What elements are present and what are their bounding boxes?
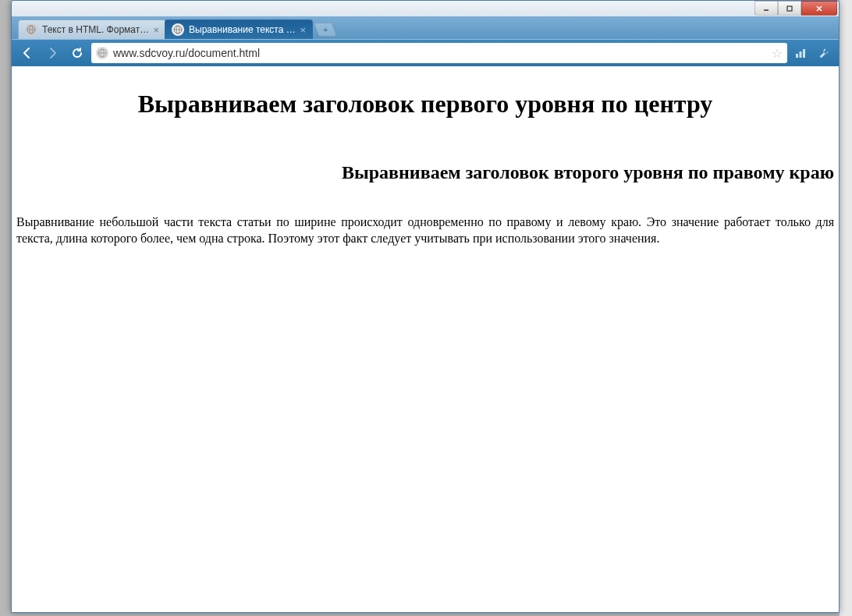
maximize-button[interactable] [778,1,801,16]
close-button[interactable] [801,1,837,16]
page-content: Выравниваем заголовок первого уровня по … [12,66,839,612]
tab-2-active[interactable]: Выравнивание текста в до × [165,19,313,39]
bookmark-star-icon[interactable]: ☆ [772,46,783,61]
close-icon[interactable]: × [153,24,159,36]
svg-rect-1 [787,6,792,11]
globe-icon [96,47,108,59]
plus-icon: + [323,25,328,34]
tab-strip: Текст в HTML. Форматиро × Выравнивание т… [12,16,839,40]
close-icon[interactable]: × [300,24,306,36]
browser-window: Текст в HTML. Форматиро × Выравнивание т… [11,0,840,613]
tab-title: Выравнивание текста в до [189,24,296,35]
wrench-icon[interactable] [814,43,834,63]
desktop-background [840,0,852,616]
globe-icon [25,23,37,36]
svg-rect-13 [796,54,798,58]
svg-rect-14 [800,51,802,58]
minimize-button[interactable] [754,1,778,16]
reload-button[interactable] [66,43,88,63]
window-titlebar[interactable] [12,1,839,16]
svg-rect-15 [803,49,805,58]
tab-title: Текст в HTML. Форматиро [42,24,150,35]
heading-1-center: Выравниваем заголовок первого уровня по … [16,90,834,119]
forward-button[interactable] [41,43,63,63]
back-button[interactable] [16,43,38,63]
tab-1[interactable]: Текст в HTML. Форматиро × [18,19,166,39]
window-controls [754,1,839,16]
stats-icon[interactable] [790,43,811,63]
nav-toolbar: www.sdcvoy.ru/document.html ☆ [12,40,839,66]
url-text: www.sdcvoy.ru/document.html [113,47,767,59]
new-tab-button[interactable]: + [314,23,338,37]
paragraph-justify: Выравнивание небольшой части текста стат… [16,214,834,247]
address-bar[interactable]: www.sdcvoy.ru/document.html ☆ [91,43,787,63]
heading-2-right: Выравниваем заголовок второго уровня по … [16,162,834,183]
globe-icon [172,23,184,36]
